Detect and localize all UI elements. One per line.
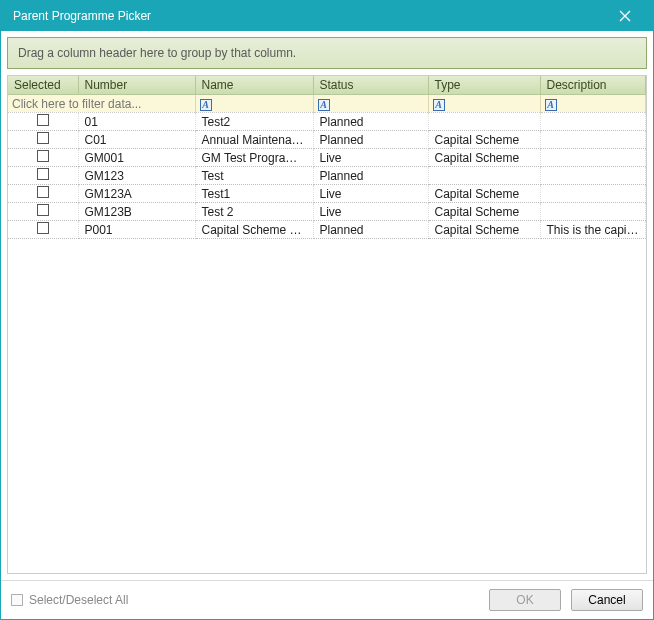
grid: Selected Number Name Status Type Descrip…	[7, 75, 647, 574]
cell-selected[interactable]	[8, 131, 78, 149]
dialog-window: Parent Programme Picker Drag a column he…	[0, 0, 654, 620]
cell-selected[interactable]	[8, 167, 78, 185]
cell-status: Live	[313, 149, 428, 167]
cell-name: GM Test Programme	[195, 149, 313, 167]
cell-status: Planned	[313, 131, 428, 149]
cell-number: 01	[78, 113, 195, 131]
dialog-content: Drag a column header here to group by th…	[1, 31, 653, 580]
checkbox-icon	[37, 204, 49, 216]
cell-number: GM123	[78, 167, 195, 185]
cell-type	[428, 113, 540, 131]
cell-selected[interactable]	[8, 221, 78, 239]
cell-status: Live	[313, 203, 428, 221]
checkbox-icon	[37, 132, 49, 144]
cell-name: Test	[195, 167, 313, 185]
cell-number: GM123A	[78, 185, 195, 203]
table-row[interactable]: 01Test2Planned	[8, 113, 646, 131]
cell-name: Test1	[195, 185, 313, 203]
filter-status[interactable]: A	[313, 95, 428, 113]
cell-name: Annual Maintenanc..	[195, 131, 313, 149]
cell-type: Capital Scheme	[428, 131, 540, 149]
cell-type: Capital Scheme	[428, 203, 540, 221]
ok-button[interactable]: OK	[489, 589, 561, 611]
cell-type	[428, 167, 540, 185]
grid-body: 01Test2PlannedC01Annual Maintenanc..Plan…	[8, 113, 646, 239]
col-status[interactable]: Status	[313, 76, 428, 95]
cell-status: Planned	[313, 113, 428, 131]
filter-icon: A	[200, 99, 212, 111]
filter-icon: A	[433, 99, 445, 111]
dialog-buttons: OK Cancel	[489, 589, 643, 611]
table-row[interactable]: GM001GM Test ProgrammeLiveCapital Scheme	[8, 149, 646, 167]
col-selected[interactable]: Selected	[8, 76, 78, 95]
dialog-footer: Select/Deselect All OK Cancel	[1, 580, 653, 619]
grid-table: Selected Number Name Status Type Descrip…	[8, 76, 646, 239]
cell-name: Test 2	[195, 203, 313, 221]
cell-description: This is the capital s...	[540, 221, 646, 239]
filter-icon: A	[545, 99, 557, 111]
cell-status: Live	[313, 185, 428, 203]
checkbox-icon	[37, 114, 49, 126]
cancel-button[interactable]: Cancel	[571, 589, 643, 611]
table-row[interactable]: P001Capital Scheme Pro...PlannedCapital …	[8, 221, 646, 239]
cell-description	[540, 185, 646, 203]
cell-selected[interactable]	[8, 113, 78, 131]
cell-description	[540, 203, 646, 221]
filter-hint[interactable]: Click here to filter data...	[8, 95, 195, 113]
cell-number: GM123B	[78, 203, 195, 221]
col-description[interactable]: Description	[540, 76, 646, 95]
filter-type[interactable]: A	[428, 95, 540, 113]
table-row[interactable]: GM123ATest1LiveCapital Scheme	[8, 185, 646, 203]
cell-description	[540, 167, 646, 185]
cell-description	[540, 131, 646, 149]
checkbox-icon	[37, 168, 49, 180]
filter-icon: A	[318, 99, 330, 111]
cell-status: Planned	[313, 221, 428, 239]
checkbox-icon	[37, 150, 49, 162]
checkbox-icon	[37, 186, 49, 198]
cell-description	[540, 113, 646, 131]
cell-name: Capital Scheme Pro...	[195, 221, 313, 239]
grid-empty-area	[8, 239, 646, 573]
select-all-checkbox[interactable]: Select/Deselect All	[11, 593, 128, 607]
table-row[interactable]: C01Annual Maintenanc..PlannedCapital Sch…	[8, 131, 646, 149]
table-row[interactable]: GM123TestPlanned	[8, 167, 646, 185]
cell-status: Planned	[313, 167, 428, 185]
group-by-box[interactable]: Drag a column header here to group by th…	[7, 37, 647, 69]
checkbox-icon	[11, 594, 23, 606]
column-header-row: Selected Number Name Status Type Descrip…	[8, 76, 646, 95]
select-all-label: Select/Deselect All	[29, 593, 128, 607]
cell-type: Capital Scheme	[428, 185, 540, 203]
cell-selected[interactable]	[8, 149, 78, 167]
cell-number: P001	[78, 221, 195, 239]
cell-type: Capital Scheme	[428, 149, 540, 167]
col-type[interactable]: Type	[428, 76, 540, 95]
cell-type: Capital Scheme	[428, 221, 540, 239]
cell-selected[interactable]	[8, 185, 78, 203]
cell-number: GM001	[78, 149, 195, 167]
checkbox-icon	[37, 222, 49, 234]
close-icon[interactable]	[605, 1, 645, 31]
table-row[interactable]: GM123BTest 2LiveCapital Scheme	[8, 203, 646, 221]
cell-description	[540, 149, 646, 167]
cell-name: Test2	[195, 113, 313, 131]
filter-name[interactable]: A	[195, 95, 313, 113]
col-name[interactable]: Name	[195, 76, 313, 95]
cell-number: C01	[78, 131, 195, 149]
group-by-hint: Drag a column header here to group by th…	[18, 46, 296, 60]
cell-selected[interactable]	[8, 203, 78, 221]
filter-desc[interactable]: A	[540, 95, 646, 113]
col-number[interactable]: Number	[78, 76, 195, 95]
filter-row: Click here to filter data... A A A A	[8, 95, 646, 113]
titlebar: Parent Programme Picker	[1, 1, 653, 31]
window-title: Parent Programme Picker	[13, 9, 151, 23]
